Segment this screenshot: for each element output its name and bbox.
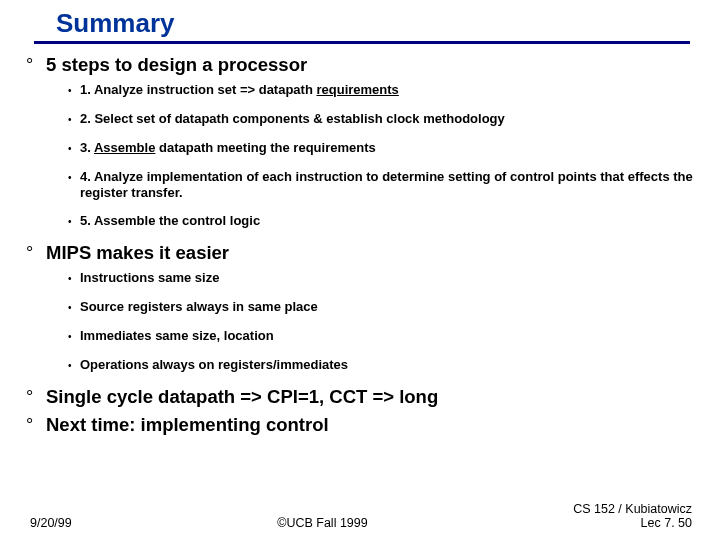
sub-item: •2. Select set of datapath components & … bbox=[68, 111, 700, 128]
sub-list: •Instructions same size•Source registers… bbox=[26, 270, 700, 374]
sub-list: •1. Analyze instruction set => datapath … bbox=[26, 82, 700, 230]
sub-item: •Operations always on registers/immediat… bbox=[68, 357, 700, 374]
sub-item-text: 3. Assemble datapath meeting the require… bbox=[80, 140, 376, 156]
dot-bullet-icon: • bbox=[68, 140, 80, 157]
top-level-heading: MIPS makes it easier bbox=[46, 242, 229, 264]
footer: 9/20/99 ©UCB Fall 1999 CS 152 / Kubiatow… bbox=[0, 502, 720, 530]
degree-bullet-icon: ° bbox=[26, 242, 46, 264]
slide: Summary °5 steps to design a processor•1… bbox=[0, 0, 720, 540]
degree-bullet-icon: ° bbox=[26, 54, 46, 76]
sub-item: •1. Analyze instruction set => datapath … bbox=[68, 82, 700, 99]
dot-bullet-icon: • bbox=[68, 213, 80, 230]
dot-bullet-icon: • bbox=[68, 328, 80, 345]
footer-course: CS 152 / Kubiatowicz Lec 7. 50 bbox=[573, 502, 692, 530]
sub-item: •Instructions same size bbox=[68, 270, 700, 287]
sub-item: •Source registers always in same place bbox=[68, 299, 700, 316]
sub-item-text: 1. Analyze instruction set => datapath r… bbox=[80, 82, 399, 98]
dot-bullet-icon: • bbox=[68, 299, 80, 316]
sub-item: •4. Analyze implementation of each instr… bbox=[68, 169, 700, 201]
title-underline bbox=[34, 41, 690, 44]
degree-bullet-icon: ° bbox=[26, 414, 46, 436]
dot-bullet-icon: • bbox=[68, 169, 80, 186]
top-level-item: °Single cycle datapath => CPI=1, CCT => … bbox=[26, 386, 700, 408]
sub-item-text: Immediates same size, location bbox=[80, 328, 274, 344]
sub-item: •3. Assemble datapath meeting the requir… bbox=[68, 140, 700, 157]
top-level-heading: Single cycle datapath => CPI=1, CCT => l… bbox=[46, 386, 438, 408]
sub-item-text: Instructions same size bbox=[80, 270, 219, 286]
dot-bullet-icon: • bbox=[68, 111, 80, 128]
slide-content: °5 steps to design a processor•1. Analyz… bbox=[20, 54, 700, 436]
dot-bullet-icon: • bbox=[68, 357, 80, 374]
top-level-heading: 5 steps to design a processor bbox=[46, 54, 307, 76]
top-level-item: °5 steps to design a processor bbox=[26, 54, 700, 76]
top-level-item: °Next time: implementing control bbox=[26, 414, 700, 436]
sub-item-text: Operations always on registers/immediate… bbox=[80, 357, 348, 373]
degree-bullet-icon: ° bbox=[26, 386, 46, 408]
dot-bullet-icon: • bbox=[68, 270, 80, 287]
sub-item-text: 5. Assemble the control logic bbox=[80, 213, 260, 229]
top-level-item: °MIPS makes it easier bbox=[26, 242, 700, 264]
sub-item: •Immediates same size, location bbox=[68, 328, 700, 345]
footer-date: 9/20/99 bbox=[30, 516, 72, 530]
dot-bullet-icon: • bbox=[68, 82, 80, 99]
sub-item-text: Source registers always in same place bbox=[80, 299, 318, 315]
footer-copyright: ©UCB Fall 1999 bbox=[72, 516, 573, 530]
slide-title: Summary bbox=[56, 8, 700, 39]
sub-item: •5. Assemble the control logic bbox=[68, 213, 700, 230]
sub-item-text: 4. Analyze implementation of each instru… bbox=[80, 169, 700, 201]
top-level-heading: Next time: implementing control bbox=[46, 414, 329, 436]
sub-item-text: 2. Select set of datapath components & e… bbox=[80, 111, 505, 127]
